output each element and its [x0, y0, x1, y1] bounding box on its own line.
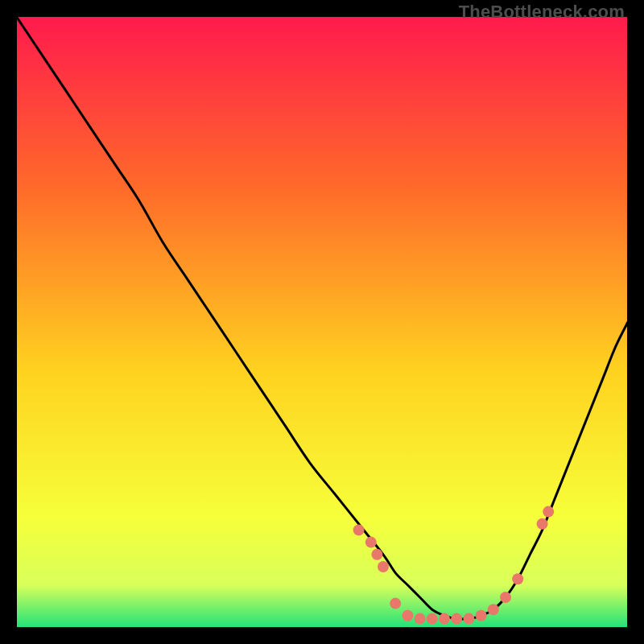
data-marker: [427, 613, 438, 625]
data-marker: [488, 604, 499, 615]
data-marker: [378, 561, 389, 572]
data-marker: [439, 613, 450, 625]
chart-frame: [16, 16, 628, 628]
data-marker: [543, 506, 554, 518]
data-marker: [500, 592, 511, 603]
data-marker: [415, 613, 426, 625]
data-marker: [365, 537, 377, 548]
chart-background: [16, 16, 628, 628]
bottleneck-chart: [16, 16, 628, 628]
data-marker: [476, 610, 487, 621]
data-marker: [402, 610, 413, 621]
data-marker: [390, 598, 401, 609]
data-marker: [537, 518, 548, 530]
data-marker: [451, 613, 462, 625]
data-marker: [512, 573, 523, 584]
data-marker: [353, 524, 365, 535]
data-marker: [463, 613, 474, 625]
data-marker: [371, 549, 382, 560]
watermark-label: TheBottleneck.com: [459, 2, 625, 23]
